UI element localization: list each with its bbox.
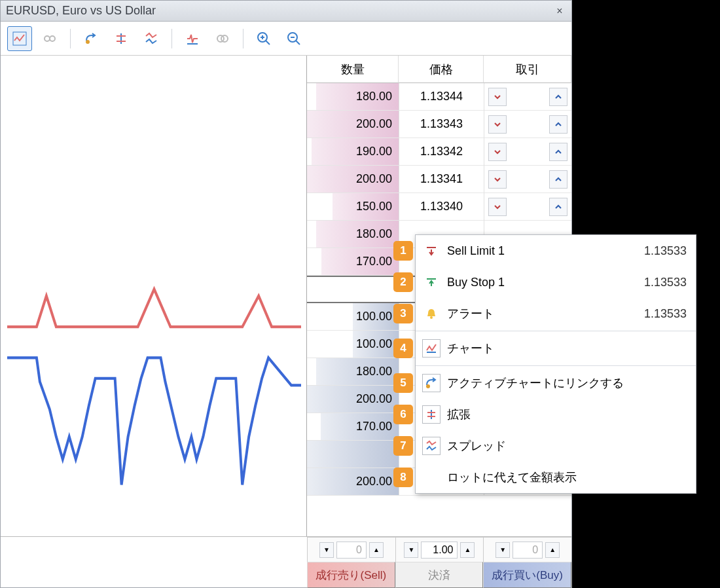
price-value: 1.13343 xyxy=(399,111,484,138)
spread-icon xyxy=(144,31,158,46)
menu-value: 1.13533 xyxy=(644,307,687,321)
chart-icon xyxy=(422,339,441,358)
sl-input[interactable] xyxy=(336,542,367,559)
zoom-in-icon xyxy=(256,31,272,46)
link-chart-icon xyxy=(422,374,441,392)
menu-label: アクティブチャートにリンクする xyxy=(447,375,687,391)
dom-row: 180.001.13344 xyxy=(307,83,571,111)
linkchart-icon xyxy=(84,31,98,46)
sl-control: ▼ ▲ xyxy=(307,537,395,562)
window-title: EURUSD, Euro vs US Dollar xyxy=(6,4,553,18)
overlay-button[interactable] xyxy=(210,26,235,51)
menu-item-1[interactable]: 1Sell Limit 11.13533 xyxy=(416,235,696,266)
price-value: 1.13341 xyxy=(399,166,484,193)
spread-icon xyxy=(422,437,441,455)
col-price: 価格 xyxy=(399,56,484,83)
menu-value: 1.13533 xyxy=(644,244,687,258)
col-trade: 取引 xyxy=(484,56,571,83)
qty-value: 180.00 xyxy=(356,90,392,103)
callout-number: 6 xyxy=(393,405,413,424)
qty-value: 180.00 xyxy=(356,365,392,378)
callout-number: 1 xyxy=(393,241,413,261)
qty-value: 200.00 xyxy=(356,172,392,186)
callout-number: 2 xyxy=(393,272,413,292)
sell-arrow-button[interactable] xyxy=(488,115,507,134)
sl-up-button[interactable]: ▲ xyxy=(369,542,384,558)
menu-item-6[interactable]: 6拡張 xyxy=(416,399,696,430)
expand-icon xyxy=(422,405,441,424)
tp-down-button[interactable]: ▼ xyxy=(495,542,510,558)
close-button[interactable]: 決済 xyxy=(395,562,484,588)
menu-label: アラート xyxy=(447,306,638,322)
volume-input[interactable] xyxy=(421,542,458,559)
menu-label: ロットに代えて金額表示 xyxy=(447,469,687,485)
spread-button[interactable] xyxy=(139,26,164,51)
svg-rect-0 xyxy=(13,32,26,45)
qty-value: 100.00 xyxy=(356,337,392,351)
buy-arrow-button[interactable] xyxy=(549,198,567,216)
link-icon xyxy=(43,31,57,46)
buy-arrow-button[interactable] xyxy=(549,143,567,161)
link-toggle-button[interactable] xyxy=(37,26,62,51)
blank-icon xyxy=(422,468,441,487)
buy-button[interactable]: 成行買い(Buy) xyxy=(483,562,571,588)
vol-down-button[interactable]: ▼ xyxy=(404,542,418,558)
svg-point-2 xyxy=(50,36,55,41)
menu-value: 1.13533 xyxy=(644,276,687,289)
svg-point-22 xyxy=(426,384,430,388)
svg-point-21 xyxy=(430,316,433,319)
dom-row: 190.001.13342 xyxy=(307,138,571,166)
dom-row: 150.001.13340 xyxy=(307,193,571,221)
menu-item-2[interactable]: 2Buy Stop 11.13533 xyxy=(416,266,696,298)
menu-label: スプレッド xyxy=(447,438,687,454)
dom-row: 200.001.13341 xyxy=(307,166,571,193)
qty-value: 170.00 xyxy=(356,420,392,433)
qty-value: 200.00 xyxy=(356,475,392,488)
menu-item-8[interactable]: 8ロットに代えて金額表示 xyxy=(416,462,696,493)
tp-up-button[interactable]: ▲ xyxy=(545,542,560,558)
sell-arrow-button[interactable] xyxy=(488,198,507,216)
callout-number: 4 xyxy=(393,339,413,358)
buy-arrow-button[interactable] xyxy=(549,88,567,106)
menu-item-7[interactable]: 7スプレッド xyxy=(416,430,696,462)
col-qty: 数量 xyxy=(307,56,399,83)
sell-arrow-button[interactable] xyxy=(488,88,507,106)
sell-arrow-button[interactable] xyxy=(488,143,507,161)
sell-arrow-button[interactable] xyxy=(488,170,507,189)
buy-stop-icon xyxy=(422,273,441,291)
menu-label: 拡張 xyxy=(447,407,687,422)
tick-chart-area xyxy=(1,56,307,536)
qty-value: 190.00 xyxy=(356,145,392,158)
chart-mode-button[interactable] xyxy=(7,26,32,51)
zoom-out-button[interactable] xyxy=(281,26,306,51)
qty-value: 200.00 xyxy=(356,117,392,131)
link-chart-button[interactable] xyxy=(79,26,103,51)
sl-down-button[interactable]: ▼ xyxy=(319,542,334,558)
bottom-panel: ▼ ▲ ▼ ▲ ▼ ▲ 成行売り(Sell) 決済 xyxy=(1,536,571,587)
menu-item-5[interactable]: 5アクティブチャートにリンクする xyxy=(416,367,696,399)
sell-button[interactable]: 成行売り(Sell) xyxy=(307,562,395,588)
qty-value: 180.00 xyxy=(356,227,392,241)
callout-number: 8 xyxy=(393,468,413,487)
qty-value: 100.00 xyxy=(356,310,392,323)
vol-up-button[interactable]: ▲ xyxy=(460,542,475,558)
expand-button[interactable] xyxy=(109,26,134,51)
tp-input[interactable] xyxy=(513,542,543,559)
zoom-out-icon xyxy=(286,31,302,46)
tick-chart-button[interactable] xyxy=(180,26,205,51)
price-value: 1.13342 xyxy=(399,138,484,166)
svg-line-11 xyxy=(266,41,270,45)
price-value: 1.13344 xyxy=(399,83,484,111)
dom-row: 200.001.13343 xyxy=(307,111,571,138)
callout-number: 3 xyxy=(393,304,413,323)
menu-label: Sell Limit 1 xyxy=(447,244,638,258)
qty-value: 150.00 xyxy=(356,200,392,213)
menu-label: Buy Stop 1 xyxy=(447,276,638,289)
expand-icon xyxy=(114,31,128,46)
zoom-in-button[interactable] xyxy=(251,26,276,51)
buy-arrow-button[interactable] xyxy=(549,170,567,189)
close-icon[interactable]: × xyxy=(553,5,566,17)
buy-arrow-button[interactable] xyxy=(549,115,567,134)
menu-item-3[interactable]: 3アラート1.13533 xyxy=(416,298,696,329)
menu-item-4[interactable]: 4チャート xyxy=(416,333,696,364)
